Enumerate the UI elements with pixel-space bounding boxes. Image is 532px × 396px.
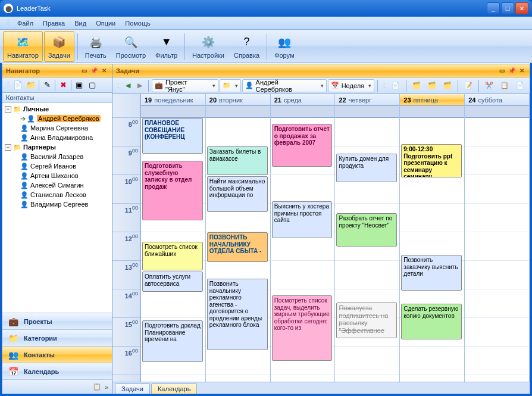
navcat-Календарь[interactable]: 📅Календарь [2, 363, 112, 379]
day-header[interactable]: 24суббота [465, 94, 529, 106]
nav-btn-expand-icon[interactable]: ▣ [73, 79, 85, 91]
toolbar-навигатор[interactable]: 🗺️Навигатор [3, 31, 43, 62]
menu-edit[interactable]: Правка [38, 20, 70, 27]
calendar-task[interactable]: Пожалуста подпишитесь на рассылку "Эффек… [336, 303, 397, 338]
allday-row[interactable] [271, 106, 335, 118]
day-slots[interactable]: Купить домен для продуктаРазобрать отчет… [335, 118, 399, 382]
pane-close-icon[interactable]: ✕ [100, 67, 108, 75]
tb-task2-icon[interactable]: 🗂️ [425, 79, 439, 92]
tb-task1-icon[interactable]: 🗂️ [409, 79, 424, 92]
day-header[interactable]: 22четверг [335, 94, 399, 106]
tree-person[interactable]: ➔👤Андрей Серебряков [2, 114, 112, 123]
maximize-button[interactable]: □ [501, 2, 514, 14]
nav-back-button[interactable]: ◀ [123, 79, 133, 92]
tree-person[interactable]: 👤Владимир Сергеев [2, 199, 112, 209]
tree-folder[interactable]: −📁Личные [2, 104, 112, 114]
tb-edit-icon[interactable]: 📝 [461, 79, 475, 92]
folder-dropdown[interactable]: 📁 [220, 79, 241, 92]
toolbar-печать[interactable]: 🖨️Печать [81, 31, 111, 62]
calendar-task[interactable]: Посмотреть список задач, выделить жирным… [272, 295, 333, 361]
calendar-task[interactable]: Позвонить заказчику выяснить детали [401, 255, 462, 291]
tree-person[interactable]: 👤Марина Сергеевна [2, 123, 112, 133]
pane-dock-icon[interactable]: ▭ [80, 67, 88, 75]
calendar-task[interactable]: Посмотреть список ближайших [142, 242, 203, 270]
calendar-task[interactable]: Выяснить у хостера причины простоя сайта [272, 201, 333, 238]
calendar-task[interactable]: Сделать резервную копию документов [401, 304, 462, 339]
nav-btn-newfolder-icon[interactable]: 📁 [25, 79, 37, 91]
tree-person[interactable]: 👤Анна Владимировна [2, 133, 112, 142]
calendar-task[interactable]: Заказать билеты в авиакассе [207, 146, 268, 175]
calendar-task[interactable]: Разобрать отчет по проекту "Неосвет" [336, 213, 397, 247]
nav-fwd-button[interactable]: ▶ [134, 79, 145, 92]
toolbar-фильтр[interactable]: ▼Фильтр [151, 31, 181, 62]
menu-help[interactable]: Помощь [120, 20, 155, 27]
tree-person[interactable]: 👤Алексей Симагин [2, 180, 112, 190]
day-header[interactable]: 23пятница [400, 94, 464, 106]
calendar-task[interactable]: Подготовить доклад Планирование времени … [142, 320, 203, 362]
tree-expand-icon[interactable]: − [5, 144, 11, 151]
allday-row[interactable] [400, 106, 464, 118]
calendar-task[interactable]: ПЛАНОВОЕ СОВЕЩАНИЕ (КОНФЕРЕНЦ [142, 118, 203, 154]
menu-options[interactable]: Опции [91, 20, 120, 27]
day-slots[interactable]: ПЛАНОВОЕ СОВЕЩАНИЕ (КОНФЕРЕНЦПодготовить… [141, 118, 205, 382]
bottom-tab-Задачи[interactable]: Задачи [115, 383, 150, 394]
toolbar-форум[interactable]: 👥Форум [270, 31, 298, 62]
minimize-button[interactable]: _ [487, 2, 500, 14]
menu-view[interactable]: Вид [70, 20, 91, 27]
tb-paste-icon[interactable]: 📄 [513, 79, 527, 92]
menu-file[interactable]: Файл [12, 20, 38, 27]
calendar-task[interactable]: ПОЗВОНИТЬ НАЧАЛЬНИКУ ОТДЕЛА СБЫТА - [207, 232, 268, 262]
tree-folder[interactable]: −📁Партнеры [2, 142, 112, 152]
tb-new-icon[interactable]: 📄 [389, 79, 403, 92]
person-dropdown[interactable]: 👤 Андрей Серебряков [242, 79, 327, 92]
tasks-pin-icon[interactable]: 📌 [508, 67, 516, 75]
navcat-Контакты[interactable]: 👥Контакты [2, 346, 112, 363]
toolbar-настройки[interactable]: ⚙️Настройки [188, 31, 229, 62]
day-slots[interactable] [465, 118, 529, 382]
tree-person[interactable]: 👤Артем Шиханов [2, 171, 112, 180]
calendar-task[interactable]: Подготовить служебную записку в отдел пр… [142, 161, 203, 220]
calendar-task[interactable]: Позвонить начальнику рекламного агенства… [207, 279, 268, 350]
close-button[interactable]: × [515, 2, 528, 14]
tb-copy-icon[interactable]: 📋 [497, 79, 512, 92]
day-slots[interactable]: Подготовить отчет о продажах за февраль … [271, 118, 335, 382]
toolbar-просмотр[interactable]: 🔍Просмотр [112, 31, 150, 62]
nav-btn-new-icon[interactable]: 📄 [12, 79, 24, 91]
navcat-Категории[interactable]: 📁Категории [2, 329, 112, 346]
footer-icon[interactable]: 📋 [93, 383, 101, 391]
calendar-task[interactable]: Подготовить отчет о продажах за февраль … [272, 124, 333, 167]
project-dropdown[interactable]: 💼 Проект "Янус" [152, 79, 218, 92]
tree-expand-icon[interactable]: − [5, 106, 11, 113]
footer-chevron-icon[interactable]: » [105, 383, 108, 391]
tasks-dock-icon[interactable]: ▭ [497, 67, 506, 75]
allday-row[interactable] [335, 106, 399, 118]
view-dropdown[interactable]: 📅 Неделя [328, 79, 374, 92]
navcat-Проекты[interactable]: 💼Проекты [2, 313, 112, 329]
day-header[interactable]: 20вторник [206, 94, 270, 106]
bottom-tab-Календарь[interactable]: Календарь [151, 383, 198, 394]
allday-row[interactable] [206, 106, 270, 118]
calendar-task[interactable]: Оплатить услуги автосервиса [142, 272, 203, 292]
toolbar-справка[interactable]: ?Справка [230, 31, 264, 62]
pane-pin-icon[interactable]: 📌 [90, 67, 98, 75]
nav-btn-edit-icon[interactable]: ✎ [41, 79, 53, 91]
tb-task3-icon[interactable]: 🗂️ [440, 79, 455, 92]
tree-person[interactable]: 👤Сергей Иванов [2, 161, 112, 171]
tree-person[interactable]: 👤Станислав Лесков [2, 190, 112, 199]
day-slots[interactable]: Заказать билеты в авиакассеНайти максима… [206, 118, 270, 382]
day-slots[interactable]: 9:00-12:30 Подготовить ppt презентацию к… [400, 118, 464, 382]
calendar-task[interactable]: 9:00-12:30 Подготовить ppt презентацию к… [401, 144, 462, 177]
calendar-task[interactable]: Найти максимально большой объем информац… [207, 176, 268, 212]
nav-btn-collapse-icon[interactable]: ▢ [86, 79, 98, 91]
day-header[interactable]: 19понедельник [141, 94, 205, 106]
allday-row[interactable] [465, 106, 529, 118]
contacts-tree[interactable]: −📁Личные➔👤Андрей Серебряков👤Марина Серге… [2, 103, 112, 313]
tree-person[interactable]: 👤Василий Лазарев [2, 152, 112, 161]
tasks-close-icon[interactable]: ✕ [518, 67, 526, 75]
tb-cut-icon[interactable]: ✂️ [482, 79, 496, 92]
allday-row[interactable] [141, 106, 205, 118]
toolbar-задачи[interactable]: 📦Задачи [44, 31, 74, 62]
calendar-task[interactable]: Купить домен для продукта [336, 154, 397, 182]
day-header[interactable]: 21среда [271, 94, 335, 106]
nav-btn-delete-icon[interactable]: ✖ [57, 79, 69, 91]
